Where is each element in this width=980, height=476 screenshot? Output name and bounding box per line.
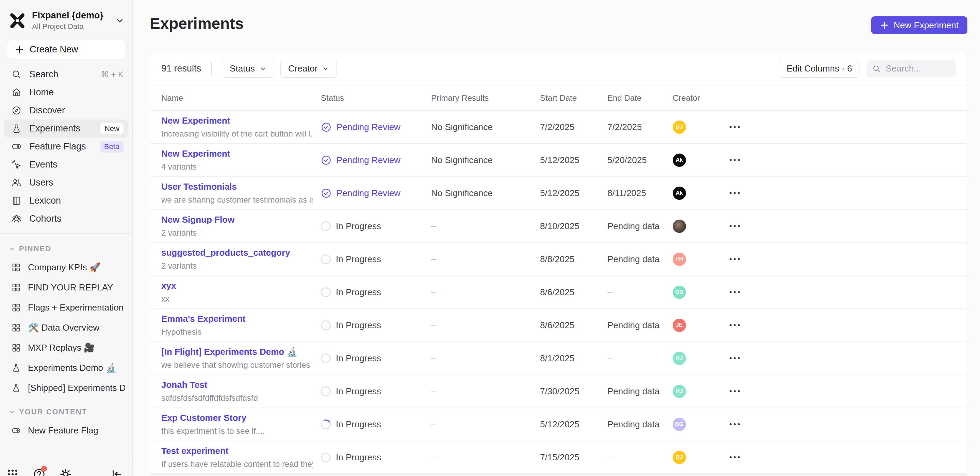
status-label: In Progress bbox=[336, 386, 381, 397]
column-header-end-date[interactable]: End Date bbox=[608, 93, 673, 103]
status-label: In Progress bbox=[336, 221, 381, 232]
new-experiment-button[interactable]: New Experiment bbox=[871, 16, 967, 34]
row-menu-button[interactable] bbox=[726, 321, 743, 330]
progress-circle-icon bbox=[321, 320, 331, 330]
apps-grid-icon[interactable] bbox=[6, 468, 19, 476]
status-filter-label: Status bbox=[230, 63, 255, 74]
creator-avatar[interactable]: JE bbox=[673, 319, 686, 332]
column-header-start-date[interactable]: Start Date bbox=[540, 93, 608, 103]
creator-avatar[interactable]: RJ bbox=[673, 352, 686, 365]
status-label: Pending Review bbox=[337, 155, 401, 166]
experiment-name-link[interactable]: Test experiment bbox=[161, 446, 313, 456]
sidebar-item-discover[interactable]: Discover bbox=[4, 101, 128, 120]
sidebar-item-events[interactable]: Events bbox=[4, 156, 128, 174]
pinned-item-experiments-demo[interactable]: Experiments Demo 🔬 bbox=[4, 358, 128, 378]
experiment-name-link[interactable]: Jonah Test bbox=[161, 380, 313, 390]
experiment-name-link[interactable]: suggested_products_category bbox=[161, 248, 313, 258]
row-menu-button[interactable] bbox=[726, 387, 743, 396]
sidebar-item-label: Search bbox=[29, 69, 93, 80]
row-menu-button[interactable] bbox=[726, 222, 743, 230]
sidebar-item-users[interactable]: Users bbox=[4, 174, 128, 192]
table-row[interactable]: Emma's ExperimentHypothesis In Progress … bbox=[150, 309, 967, 342]
pinned-item-company-kpis[interactable]: Company KPIs 🚀 bbox=[4, 257, 128, 278]
sidebar-item-home[interactable]: Home bbox=[4, 83, 128, 101]
column-header-name[interactable]: Name bbox=[161, 93, 321, 103]
table-row[interactable]: Test experimentIf users have relatable c… bbox=[150, 441, 967, 474]
row-menu-button[interactable] bbox=[726, 188, 743, 198]
sidebar-item-cohorts[interactable]: Cohorts bbox=[4, 210, 128, 228]
experiment-name-link[interactable]: New Signup Flow bbox=[161, 214, 313, 225]
creator-avatar[interactable]: PH bbox=[673, 252, 686, 266]
creator-avatar[interactable]: DJ bbox=[673, 121, 686, 134]
end-date: Pending data bbox=[608, 254, 673, 265]
workspace-switcher[interactable]: Fixpanel {demo} All Project Data bbox=[0, 0, 132, 38]
creator-avatar[interactable]: Ak bbox=[673, 153, 686, 167]
table-row[interactable]: User Testimonialswe are sharing customer… bbox=[150, 177, 967, 210]
your-content-section-header[interactable]: YOUR CONTENT bbox=[0, 403, 132, 420]
sidebar-item-feature-flags[interactable]: Feature Flags Beta bbox=[4, 137, 128, 156]
column-header-primary-results[interactable]: Primary Results bbox=[431, 93, 540, 103]
column-header-creator[interactable]: Creator bbox=[673, 93, 726, 103]
create-new-button[interactable]: Create New bbox=[7, 40, 126, 59]
table-row[interactable]: xyxxx In Progress – 8/6/2025 – OS bbox=[150, 276, 967, 309]
status-label: Pending Review bbox=[337, 122, 401, 133]
creator-avatar[interactable]: DJ bbox=[673, 451, 686, 464]
experiment-name-link[interactable]: New Experiment bbox=[161, 149, 313, 159]
sidebar-item-label: Users bbox=[29, 177, 124, 188]
creator-avatar[interactable]: OS bbox=[673, 286, 686, 299]
table-row[interactable]: suggested_products_category2 variants In… bbox=[150, 243, 967, 276]
table-row[interactable]: Exp Customer Storythis experiment is to … bbox=[150, 408, 967, 441]
experiment-name-link[interactable]: Emma's Experiment bbox=[161, 313, 313, 324]
row-menu-button[interactable] bbox=[726, 288, 743, 297]
cohorts-icon bbox=[11, 214, 22, 224]
pinned-section-header[interactable]: PINNED bbox=[0, 240, 132, 257]
experiment-name-link[interactable]: Exp Customer Story bbox=[161, 413, 313, 423]
experiment-name-link[interactable]: [In Flight] Experiments Demo 🔬 bbox=[161, 347, 313, 357]
table-row[interactable]: New Signup Flow2 variants In Progress – … bbox=[150, 210, 967, 243]
table-search-input[interactable] bbox=[886, 63, 947, 74]
creator-avatar[interactable]: BG bbox=[673, 418, 686, 431]
your-content-item-new-feature-flag[interactable]: New Feature Flag bbox=[4, 420, 128, 441]
column-header-status[interactable]: Status bbox=[321, 93, 431, 103]
primary-results: – bbox=[431, 419, 540, 430]
row-menu-button[interactable] bbox=[726, 354, 743, 363]
experiment-description: 2 variants bbox=[161, 261, 313, 271]
row-menu-button[interactable] bbox=[726, 156, 743, 165]
row-menu-button[interactable] bbox=[726, 420, 743, 429]
experiment-name-link[interactable]: User Testimonials bbox=[161, 182, 313, 192]
pinned-item-data-overview[interactable]: 🛠️ Data Overview bbox=[4, 318, 128, 338]
end-date: Pending data bbox=[608, 221, 673, 232]
creator-avatar[interactable]: Ak bbox=[673, 187, 686, 200]
row-menu-button[interactable] bbox=[726, 453, 743, 462]
board-icon bbox=[11, 283, 21, 292]
creator-avatar[interactable] bbox=[673, 220, 686, 233]
experiment-description: Increasing visibility of the cart button… bbox=[161, 129, 313, 139]
sidebar-item-experiments[interactable]: Experiments New bbox=[4, 120, 128, 137]
pinned-item-shipped-experiments-demo[interactable]: [Shipped] Experiments Demo 🖊️ bbox=[4, 378, 128, 398]
your-content-section-title: YOUR CONTENT bbox=[19, 407, 87, 417]
pinned-item-find-your-replay[interactable]: FIND YOUR REPLAY bbox=[4, 278, 128, 297]
row-menu-button[interactable] bbox=[726, 123, 743, 131]
help-button[interactable] bbox=[33, 468, 46, 476]
creator-filter-button[interactable]: Creator bbox=[280, 60, 337, 78]
table-search[interactable] bbox=[867, 60, 956, 77]
end-date: Pending data bbox=[608, 419, 673, 430]
pinned-item-mxp-replays[interactable]: MXP Replays 🎥 bbox=[4, 338, 128, 358]
table-row[interactable]: New ExperimentIncreasing visibility of t… bbox=[150, 111, 967, 144]
experiment-name-link[interactable]: xyx bbox=[161, 281, 313, 291]
status-filter-button[interactable]: Status bbox=[222, 60, 274, 78]
pinned-item-flags-experimentation-demo[interactable]: Flags + Experimentation Demo 🧪 bbox=[4, 297, 128, 318]
creator-avatar[interactable]: RJ bbox=[673, 385, 686, 398]
gear-icon[interactable] bbox=[59, 468, 72, 476]
sidebar-item-search[interactable]: Search ⌘ + K bbox=[4, 65, 128, 83]
table-row[interactable]: [In Flight] Experiments Demo 🔬we believe… bbox=[150, 342, 967, 375]
sidebar-item-lexicon[interactable]: Lexicon bbox=[4, 192, 128, 210]
table-row[interactable]: New Experiment4 variants Pending Review … bbox=[150, 144, 967, 177]
edit-columns-button[interactable]: Edit Columns · 6 bbox=[779, 60, 860, 78]
search-icon bbox=[872, 64, 881, 73]
table-row[interactable]: Jonah Testsdfdsfdsfsdfdffdfdsfsdfdsfd In… bbox=[150, 375, 967, 408]
row-menu-button[interactable] bbox=[726, 255, 743, 264]
experiment-name-link[interactable]: New Experiment bbox=[161, 115, 313, 126]
status-label: In Progress bbox=[336, 419, 381, 430]
collapse-sidebar-icon[interactable] bbox=[110, 468, 123, 476]
